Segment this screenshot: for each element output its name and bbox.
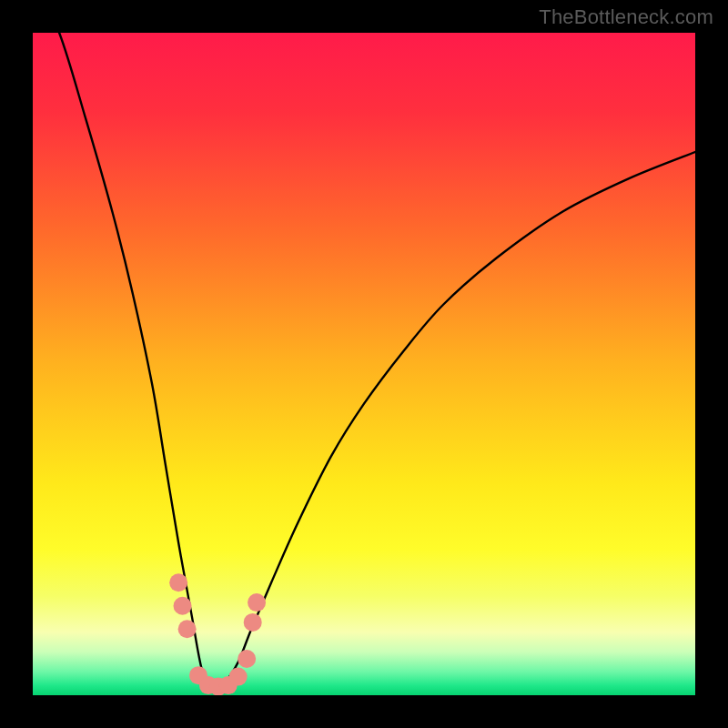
marker-point: [178, 620, 197, 638]
bottleneck-curve: [33, 33, 695, 689]
chart-frame: TheBottleneck.com: [0, 0, 728, 728]
marker-point: [238, 650, 256, 668]
marker-point: [248, 593, 266, 612]
plot-area: [33, 33, 695, 695]
marker-point: [244, 613, 262, 632]
marker-point: [229, 668, 248, 686]
marker-point: [169, 573, 187, 592]
watermark-text: TheBottleneck.com: [539, 5, 713, 29]
marker-point: [174, 597, 192, 615]
curve-layer: [33, 33, 695, 695]
